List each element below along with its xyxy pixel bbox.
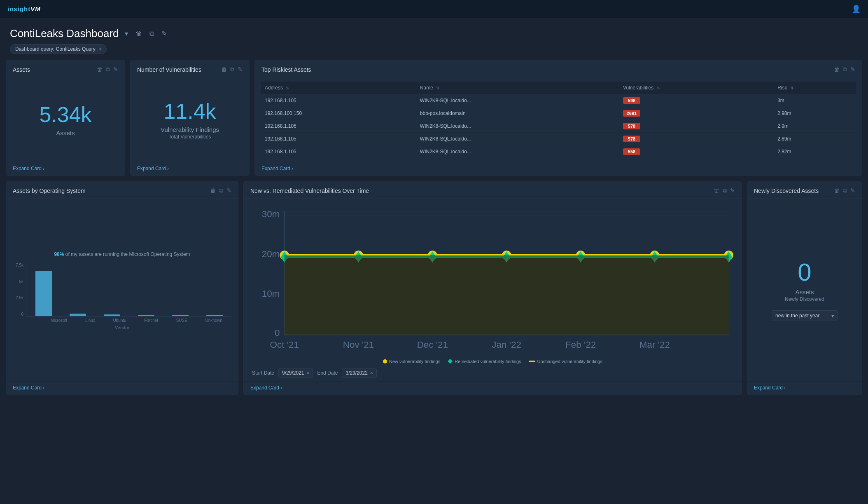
cell-name[interactable]: WIN2K8-SQL.localdo...: [416, 145, 619, 158]
col-address[interactable]: Address ⇅: [261, 82, 416, 94]
table-row: 192.168.100.150 bbb-pos.localdomain 2691…: [261, 107, 856, 120]
bar-chart-bars: [26, 263, 231, 316]
vuln-time-copy-icon[interactable]: ⧉: [723, 187, 727, 194]
row-2: Assets by Operating System 🗑 ⧉ ✎ 98% of …: [6, 181, 862, 395]
os-card-body: 98% of my assets are running the Microso…: [6, 199, 238, 381]
legend-unchanged-icon: [529, 361, 535, 362]
svg-text:Oct '21: Oct '21: [270, 340, 299, 350]
page-header: ContiLeaks Dashboard ▾ 🗑 ⧉ ✎: [0, 18, 868, 44]
bar-group: [35, 271, 52, 316]
y-axis-label: 0: [13, 312, 23, 316]
riskiest-edit-icon[interactable]: ✎: [850, 66, 855, 73]
dashboard: Assets 🗑 ⧉ ✎ 5.34k Assets Expand Card ›: [0, 60, 868, 401]
svg-text:Mar '22: Mar '22: [639, 340, 670, 350]
discovered-expand-link[interactable]: Expand Card ›: [754, 385, 855, 391]
assets-edit-icon[interactable]: ✎: [113, 66, 118, 73]
cell-name[interactable]: WIN2K8-SQL.localdo...: [416, 94, 619, 107]
cell-risk: 2.89m: [773, 133, 856, 145]
delete-icon[interactable]: 🗑: [134, 28, 144, 39]
vuln-card-footer: Expand Card ›: [131, 162, 249, 176]
bar: [138, 315, 154, 316]
vuln-value: 11.4k: [163, 100, 216, 123]
cell-address: 192.168.100.150: [261, 107, 416, 120]
discovered-card-icons: 🗑 ⧉ ✎: [834, 187, 855, 194]
x-axis-label: Unknown: [205, 318, 222, 323]
vuln-copy-icon[interactable]: ⧉: [230, 66, 234, 73]
discovered-dropdown[interactable]: new in the past yearnew in the past mont…: [772, 310, 838, 321]
assets-delete-icon[interactable]: 🗑: [97, 66, 103, 73]
bar: [206, 315, 223, 316]
discovered-card-title: Newly Discovered Assets: [754, 188, 834, 194]
vuln-time-card-footer: Expand Card ›: [244, 381, 742, 395]
discovered-card-body: 0 Assets Newly Discovered new in the pas…: [747, 199, 862, 381]
os-expand-link[interactable]: Expand Card ›: [13, 385, 231, 391]
vuln-label: Vulnerability Findings: [161, 126, 219, 133]
y-axis-label: 5k: [13, 279, 23, 284]
riskiest-card-icons: 🗑 ⧉ ✎: [834, 66, 855, 73]
start-date-value: 9/29/2021: [282, 370, 304, 376]
cell-name[interactable]: WIN2K8-SQL.localdo...: [416, 120, 619, 133]
cell-name[interactable]: bbb-pos.localdomain: [416, 107, 619, 120]
os-copy-icon[interactable]: ⧉: [219, 187, 223, 194]
end-date-clear[interactable]: ×: [370, 370, 373, 376]
x-axis-label: Microsoft: [51, 318, 68, 323]
assets-expand-link[interactable]: Expand Card ›: [13, 166, 118, 171]
chart-x-labels: MicrosoftLinuxUbuntuFortinetSUSEUnknown: [26, 318, 231, 323]
vuln-time-card-title: New vs. Remediated Vulnerabilities Over …: [250, 188, 714, 194]
discovered-delete-icon[interactable]: 🗑: [834, 187, 840, 194]
assets-copy-icon[interactable]: ⧉: [106, 66, 110, 73]
vuln-time-edit-icon[interactable]: ✎: [730, 187, 735, 194]
cell-name[interactable]: WIN2K8-SQL.localdo...: [416, 133, 619, 145]
os-pct: 98%: [54, 251, 64, 257]
start-date-clear[interactable]: ×: [306, 370, 309, 376]
col-vuln[interactable]: Vulnerabilities ⇅: [619, 82, 773, 94]
col-risk[interactable]: Risk ⇅: [773, 82, 856, 94]
os-card-title: Assets by Operating System: [13, 188, 210, 194]
assets-card: Assets 🗑 ⧉ ✎ 5.34k Assets Expand Card ›: [6, 60, 125, 176]
discovered-dropdown-wrap: new in the past yearnew in the past mont…: [772, 310, 838, 321]
user-icon[interactable]: 👤: [852, 5, 861, 14]
legend-remediated: Remediated vulnerability findings: [448, 359, 521, 364]
vuln-time-card-header: New vs. Remediated Vulnerabilities Over …: [244, 181, 742, 199]
filter-close-button[interactable]: ×: [99, 46, 102, 52]
cell-vuln: 558: [619, 145, 773, 158]
page-title: ContiLeaks Dashboard: [10, 27, 119, 40]
vuln-time-delete-icon[interactable]: 🗑: [714, 187, 719, 194]
svg-text:Nov '21: Nov '21: [343, 340, 374, 350]
x-axis-label: Linux: [85, 318, 95, 323]
riskiest-card-body: Address ⇅ Name ⇅ Vulnerabilities ⇅ Risk …: [255, 77, 862, 162]
vuln-expand-link[interactable]: Expand Card ›: [137, 166, 243, 171]
os-edit-icon[interactable]: ✎: [226, 187, 231, 194]
col-name[interactable]: Name ⇅: [416, 82, 619, 94]
os-card-icons: 🗑 ⧉ ✎: [210, 187, 231, 194]
vuln-card-body: 11.4k Vulnerability Findings Total Vulne…: [131, 77, 249, 162]
discovered-edit-icon[interactable]: ✎: [850, 187, 855, 194]
bar: [35, 271, 52, 316]
assets-card-header: Assets 🗑 ⧉ ✎: [6, 60, 125, 77]
cell-address: 192.168.1.105: [261, 120, 416, 133]
vuln-edit-icon[interactable]: ✎: [238, 66, 243, 73]
copy-icon[interactable]: ⧉: [148, 28, 156, 39]
dropdown-icon[interactable]: ▾: [123, 28, 130, 39]
edit-icon[interactable]: ✎: [160, 28, 168, 39]
vuln-card-title: Number of Vulnerabilities: [137, 66, 221, 73]
svg-text:Feb '22: Feb '22: [565, 340, 596, 350]
riskiest-delete-icon[interactable]: 🗑: [834, 66, 840, 73]
discovered-copy-icon[interactable]: ⧉: [843, 187, 847, 194]
risk-table: Address ⇅ Name ⇅ Vulnerabilities ⇅ Risk …: [261, 82, 856, 158]
start-date-input[interactable]: 9/29/2021 ×: [278, 368, 313, 378]
legend-new-icon: [383, 359, 387, 363]
bar-group: [138, 315, 154, 316]
vuln-time-expand-link[interactable]: Expand Card ›: [250, 385, 735, 391]
filter-label: Dashboard query: ContiLeaks Query: [15, 46, 96, 52]
riskiest-expand-link[interactable]: Expand Card ›: [261, 166, 855, 171]
riskiest-copy-icon[interactable]: ⧉: [843, 66, 847, 73]
os-delete-icon[interactable]: 🗑: [210, 187, 216, 194]
bar: [70, 314, 86, 316]
topnav: insightVM 👤: [0, 0, 868, 18]
end-date-input[interactable]: 3/29/2022 ×: [342, 368, 376, 378]
table-row: 192.168.1.105 WIN2K8-SQL.localdo... 558 …: [261, 145, 856, 158]
cell-risk: 2.98m: [773, 107, 856, 120]
vuln-sublabel: Total Vulnerabilities: [169, 134, 211, 140]
vuln-delete-icon[interactable]: 🗑: [221, 66, 227, 73]
